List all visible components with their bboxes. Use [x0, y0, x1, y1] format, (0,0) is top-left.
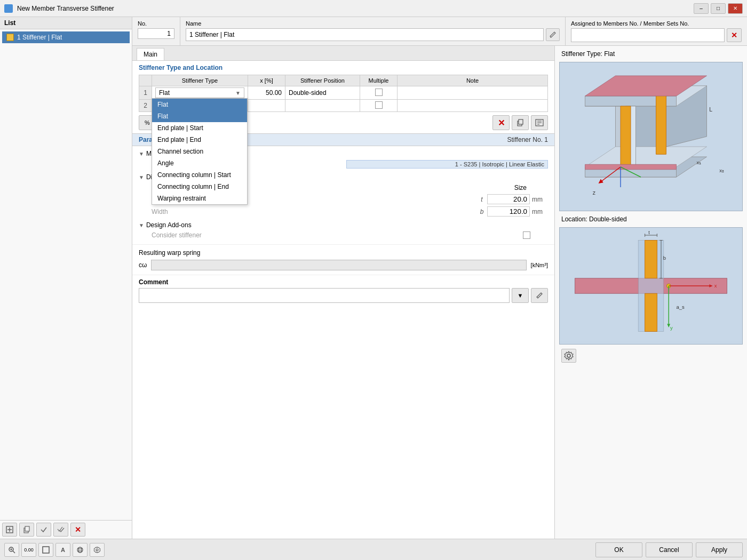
delete-row-button[interactable]: ✕ [492, 115, 510, 130]
frame-button[interactable] [38, 543, 53, 557]
preview-panel: Stiffener Type: Flat [555, 46, 747, 539]
check-all-button[interactable] [53, 523, 68, 537]
list-footer: ✕ [0, 520, 132, 539]
no-section: No. 1 [132, 17, 180, 45]
material-value[interactable]: 1 - S235 | Isotropic | Linear Elastic [346, 160, 549, 169]
thickness-symbol: t [476, 196, 487, 203]
svg-rect-9 [519, 119, 523, 124]
width-label: Width [152, 208, 476, 215]
svg-text:y: y [670, 325, 673, 331]
definition-size-label: Size [343, 183, 530, 192]
comment-edit[interactable] [531, 288, 548, 303]
name-field-row [186, 28, 560, 41]
check-button[interactable] [36, 523, 51, 537]
col-multiple: Multiple [360, 75, 398, 86]
assigned-label: Assigned to Members No. / Member Sets No… [571, 20, 742, 27]
comment-input[interactable] [139, 288, 510, 303]
apply-button[interactable]: Apply [696, 542, 743, 557]
dropdown-item-angle[interactable]: Angle [152, 157, 247, 169]
delete-button[interactable]: ✕ [70, 523, 85, 537]
preview-settings-button[interactable] [561, 349, 576, 363]
multiple-checkbox-2[interactable] [375, 101, 383, 109]
multiple-checkbox-1[interactable] [375, 89, 383, 96]
dropdown-item-endplate-end[interactable]: End plate | End [152, 134, 247, 146]
design-addons-header[interactable]: ▼ Design Add-ons [139, 220, 548, 230]
name-label: Name [186, 20, 560, 27]
warp-label: cω [139, 261, 147, 269]
dropdown-item-flat[interactable]: Flat [152, 99, 247, 110]
dialog-buttons: OK Cancel Apply [595, 542, 743, 557]
app-icon [4, 4, 13, 13]
comment-label: Comment [139, 278, 548, 286]
svg-text:x₂: x₂ [719, 167, 724, 173]
tab-main[interactable]: Main [137, 48, 164, 60]
dropdown-item-connecting-start[interactable]: Connecting column | Start [152, 169, 247, 181]
left-panel: List 1 Stiffener | Flat [0, 17, 132, 539]
name-input[interactable] [186, 28, 544, 41]
col-note: Note [398, 75, 548, 86]
dropdown-item-flat-2[interactable]: Flat [152, 110, 247, 122]
row-num-2: 2 [139, 100, 152, 112]
svg-text:a_s: a_s [677, 304, 685, 310]
thickness-input[interactable] [487, 194, 530, 204]
warp-unit: [kNm³] [531, 262, 548, 268]
table-export-button[interactable] [531, 115, 548, 130]
new-item-button[interactable] [2, 523, 17, 537]
type-dropdown-menu: Flat Flat End plate | Start End plate | … [152, 98, 248, 205]
dropdown-item-endplate-start[interactable]: End plate | Start [152, 122, 247, 134]
dropdown-item-channel[interactable]: Channel section [152, 146, 247, 157]
consider-stiffener-row: Consider stiffener [143, 230, 548, 240]
preview-3d-title: Stiffener Type: Flat [555, 46, 747, 60]
bottom-toolbar: 0.00 A OK Cancel Apply [0, 539, 747, 560]
name-section: Name [180, 17, 566, 45]
form-panel: Main Stiffener Type and Location Stiffen… [132, 46, 555, 539]
svg-point-66 [96, 549, 98, 551]
collapse-icon-design: ▼ [139, 222, 144, 228]
type-cell-1[interactable]: Flat ▼ Flat Flat End plate | Start [152, 86, 248, 100]
tab-row: Main [132, 46, 554, 61]
stiffener-section-header: Stiffener Type and Location [132, 61, 554, 75]
table-copy-button[interactable] [512, 115, 529, 130]
ok-button[interactable]: OK [595, 542, 642, 557]
width-input[interactable] [487, 206, 530, 217]
right-panel: No. 1 Name Assigned to Members No. / Mem… [132, 17, 747, 539]
type-dropdown-1[interactable]: Flat ▼ [155, 87, 244, 98]
maximize-button[interactable]: □ [711, 3, 726, 14]
width-row: Width b mm [143, 205, 548, 218]
comment-dropdown[interactable]: ▼ [512, 288, 529, 303]
row-num-1: 1 [139, 86, 152, 100]
zoom-button[interactable] [4, 543, 19, 557]
globe-button[interactable] [73, 543, 88, 557]
design-addons-label: Design Add-ons [146, 221, 192, 229]
warp-input[interactable] [151, 260, 526, 270]
warp-section: Resulting warp spring cω [kNm³] [132, 244, 554, 275]
assigned-input[interactable] [571, 28, 725, 42]
dropdown-item-warping[interactable]: Warping restraint [152, 193, 247, 204]
preview-2d-title: Location: Double-sided [555, 213, 747, 225]
minimize-button[interactable]: – [694, 3, 709, 14]
list-item-label: 1 Stiffener | Flat [17, 34, 62, 41]
col-type: Stiffener Type [152, 75, 248, 86]
text-button[interactable]: A [55, 543, 70, 557]
close-button[interactable]: ✕ [728, 3, 743, 14]
list-item[interactable]: 1 Stiffener | Flat [2, 31, 130, 43]
window-title: New Member Transverse Stiffener [17, 5, 694, 12]
list-area: 1 Stiffener | Flat [0, 29, 132, 520]
warp-title: Resulting warp spring [139, 249, 548, 257]
cancel-button[interactable]: Cancel [646, 542, 693, 557]
note-cell-2 [398, 100, 548, 112]
settings-button[interactable] [90, 543, 105, 557]
svg-rect-39 [645, 293, 657, 331]
preview-2d: t b [559, 227, 743, 345]
counter-button[interactable]: 0.00 [21, 543, 36, 557]
name-edit-button[interactable] [546, 28, 560, 41]
design-addons-group: ▼ Design Add-ons Consider stiffener [139, 220, 548, 240]
copy-button[interactable] [19, 523, 34, 537]
consider-stiffener-checkbox[interactable] [523, 231, 530, 239]
main-layout: List 1 Stiffener | Flat [0, 17, 747, 560]
table-row: 1 Flat ▼ Flat [139, 86, 548, 100]
assigned-clear-button[interactable]: ✕ [727, 28, 742, 42]
svg-text:L: L [709, 107, 712, 113]
dropdown-item-connecting-end[interactable]: Connecting column | End [152, 181, 247, 193]
col-x: x [%] [248, 75, 285, 86]
